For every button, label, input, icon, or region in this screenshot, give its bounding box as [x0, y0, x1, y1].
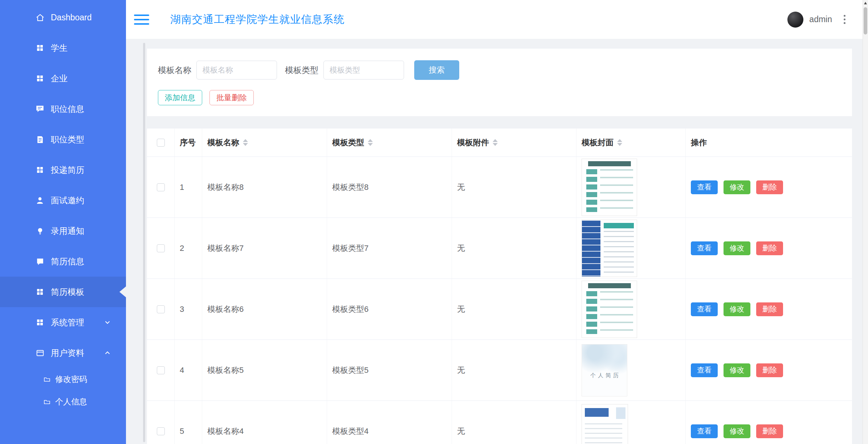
- table-row: 3 模板名称6 模板类型6 无 查看 修改 删除: [147, 279, 852, 340]
- sidebar-item-user-profile[interactable]: 用户资料: [0, 338, 126, 368]
- person-icon: [35, 195, 45, 205]
- cell-template-attachment: 无: [452, 401, 576, 444]
- edit-button[interactable]: 修改: [724, 424, 750, 438]
- sidebar-item-label: 修改密码: [55, 374, 87, 385]
- view-button[interactable]: 查看: [691, 302, 718, 316]
- cell-no: 2: [175, 218, 202, 278]
- sidebar-item-label: 用户资料: [51, 347, 84, 359]
- sidebar-item-position-type[interactable]: 职位类型: [0, 124, 126, 155]
- sidebar-item-change-password[interactable]: 修改密码: [0, 368, 126, 391]
- row-checkbox[interactable]: [157, 305, 165, 313]
- row-checkbox[interactable]: [157, 366, 165, 374]
- sidebar-item-label: Dashboard: [51, 13, 92, 23]
- cell-template-attachment: 无: [452, 279, 576, 339]
- sidebar-item-resume-templates[interactable]: 简历模板: [0, 277, 126, 307]
- sidebar-item-dashboard[interactable]: Dashboard: [0, 2, 126, 33]
- edit-button[interactable]: 修改: [724, 241, 750, 255]
- filter-panel: 模板名称 模板类型 搜索 添加信息 批量删除: [147, 49, 852, 116]
- sidebar-item-label: 企业: [51, 73, 68, 84]
- sidebar-item-label: 投递简历: [51, 164, 84, 176]
- bulb-icon: [35, 226, 45, 236]
- cell-no: 1: [175, 157, 202, 217]
- scrollbar-thumb[interactable]: [864, 7, 867, 34]
- sidebar-item-interview-invitations[interactable]: 面试邀约: [0, 185, 126, 216]
- card-icon: [35, 348, 45, 358]
- row-checkbox[interactable]: [157, 244, 165, 252]
- sidebar-item-label: 职位类型: [51, 134, 84, 145]
- sidebar-item-label: 简历模板: [51, 286, 84, 298]
- grid-icon: [35, 317, 45, 327]
- table-header-row: 序号 模板名称 模板类型 模板附件 模板封面 操作: [147, 129, 852, 157]
- grid-icon: [35, 73, 45, 83]
- delete-button[interactable]: 删除: [756, 180, 783, 194]
- sidebar-item-label: 个人信息: [55, 396, 87, 407]
- sidebar-item-offer-notices[interactable]: 录用通知: [0, 216, 126, 246]
- table-row: 1 模板名称8 模板类型8 无 查看 修改 删除: [147, 157, 852, 218]
- delete-button[interactable]: 删除: [756, 302, 783, 316]
- cell-no: 5: [175, 401, 202, 444]
- template-cover-image[interactable]: [582, 159, 637, 216]
- edit-button[interactable]: 修改: [724, 363, 750, 377]
- table-row: 5 模板名称4 模板类型4 无 查看 修改 删除: [147, 401, 852, 444]
- delete-button[interactable]: 删除: [756, 424, 783, 438]
- folder-icon: [43, 375, 51, 383]
- sidebar-item-students[interactable]: 学生: [0, 33, 126, 63]
- scrollbar-up-arrow[interactable]: [864, 2, 867, 4]
- edit-button[interactable]: 修改: [724, 180, 750, 194]
- content-scrollbar[interactable]: [143, 43, 145, 442]
- cell-template-type: 模板类型6: [327, 279, 452, 339]
- home-icon: [35, 12, 45, 23]
- column-header-no: 序号: [175, 129, 202, 156]
- cell-template-attachment: 无: [452, 340, 576, 400]
- folder-icon: [43, 398, 51, 406]
- sidebar-item-label: 职位信息: [51, 103, 84, 115]
- cell-template-type: 模板类型8: [327, 157, 452, 217]
- avatar[interactable]: [787, 12, 803, 28]
- column-header-cover: 模板封面: [576, 129, 686, 156]
- delete-button[interactable]: 删除: [756, 363, 783, 377]
- cell-no: 3: [175, 279, 202, 339]
- sort-icon[interactable]: [368, 139, 373, 146]
- template-type-input[interactable]: [323, 61, 404, 80]
- add-info-button[interactable]: 添加信息: [158, 90, 202, 105]
- row-checkbox[interactable]: [157, 183, 165, 191]
- template-cover-image[interactable]: [582, 404, 628, 444]
- template-cover-image[interactable]: 个人简历: [582, 344, 627, 396]
- hamburger-menu-icon[interactable]: [134, 12, 149, 28]
- sidebar-item-enterprises[interactable]: 企业: [0, 63, 126, 94]
- cell-template-attachment: 无: [452, 218, 576, 278]
- row-checkbox[interactable]: [157, 427, 165, 435]
- sidebar-item-label: 简历信息: [51, 256, 84, 267]
- chevron-down-icon: [103, 318, 111, 326]
- view-button[interactable]: 查看: [691, 363, 718, 377]
- view-button[interactable]: 查看: [691, 424, 718, 438]
- sidebar-item-personal-info[interactable]: 个人信息: [0, 391, 126, 413]
- username: admin: [809, 15, 832, 24]
- sidebar-item-submitted-resumes[interactable]: 投递简历: [0, 155, 126, 185]
- sidebar-item-system-management[interactable]: 系统管理: [0, 307, 126, 338]
- view-button[interactable]: 查看: [691, 241, 718, 255]
- chat-square-icon: [35, 256, 45, 266]
- table-row: 4 模板名称5 模板类型5 无 个人简历 查看 修改 删除: [147, 340, 852, 401]
- cell-template-name: 模板名称8: [202, 157, 327, 217]
- view-button[interactable]: 查看: [691, 180, 718, 194]
- sort-icon[interactable]: [493, 139, 498, 146]
- template-cover-image[interactable]: [582, 220, 637, 277]
- grid-icon: [35, 165, 45, 175]
- select-all-checkbox[interactable]: [157, 139, 165, 147]
- sidebar-item-position-info[interactable]: 职位信息: [0, 94, 126, 124]
- template-cover-image[interactable]: [582, 281, 637, 338]
- template-name-input[interactable]: [196, 61, 277, 80]
- page-scrollbar[interactable]: [863, 0, 868, 444]
- sort-icon[interactable]: [243, 139, 248, 146]
- more-menu-button[interactable]: [841, 13, 848, 26]
- search-button[interactable]: 搜索: [414, 60, 459, 80]
- sidebar-item-resume-info[interactable]: 简历信息: [0, 246, 126, 277]
- column-header-name: 模板名称: [202, 129, 327, 156]
- column-header-type: 模板类型: [327, 129, 452, 156]
- sort-icon[interactable]: [617, 139, 622, 146]
- cell-template-name: 模板名称7: [202, 218, 327, 278]
- delete-button[interactable]: 删除: [756, 241, 783, 255]
- edit-button[interactable]: 修改: [724, 302, 750, 316]
- batch-delete-button[interactable]: 批量删除: [209, 90, 254, 105]
